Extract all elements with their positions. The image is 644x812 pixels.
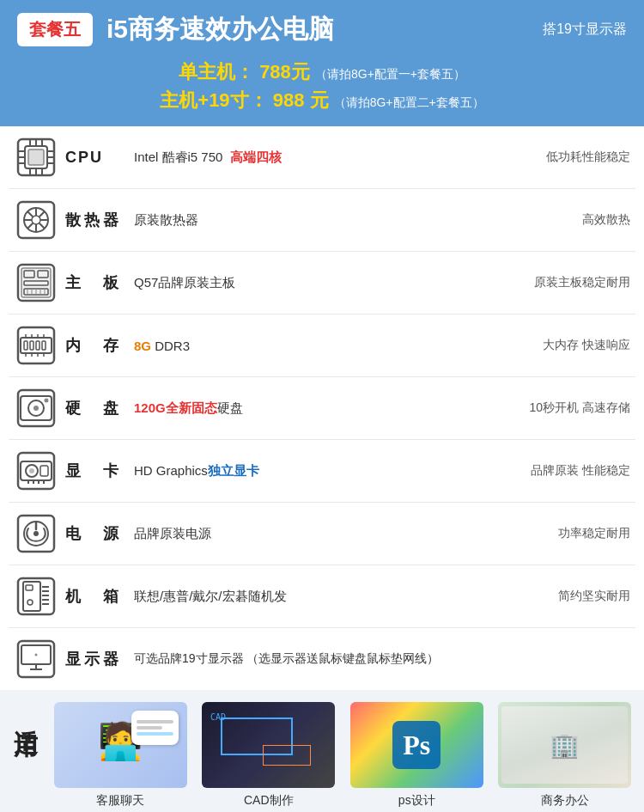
price-label-2: 主机+19寸： — [160, 89, 267, 111]
header: 套餐五 i5商务速效办公电脑 搭19寸显示器 — [0, 0, 644, 56]
cooler-icon — [14, 198, 58, 242]
svg-line-25 — [27, 223, 33, 229]
applicable-label: 适用 — [9, 702, 41, 721]
svg-point-17 — [32, 216, 40, 224]
motherboard-icon — [14, 260, 58, 305]
spec-label-memory: 内 存 — [58, 335, 127, 356]
svg-point-59 — [29, 468, 34, 473]
use-case-label-office: 商务办公 — [541, 793, 589, 809]
spec-label-gpu: 显 卡 — [58, 461, 127, 481]
spec-row-cooler: 散热器 原装散热器 高效散热 — [9, 189, 635, 252]
ps-logo: Ps — [392, 721, 440, 769]
svg-rect-40 — [30, 341, 33, 350]
spec-detail-motherboard: 原装主板稳定耐用 — [476, 275, 630, 290]
spec-label-cpu: CPU — [58, 149, 127, 167]
svg-point-55 — [45, 399, 49, 403]
specs-container: CPU Intel 酷睿i5 750 高端四核 低功耗性能稳定 散热器 原装 — [0, 126, 644, 690]
spec-row-cpu: CPU Intel 酷睿i5 750 高端四核 低功耗性能稳定 — [9, 126, 635, 189]
spec-row-memory: 内 存 8G DDR3 大内存 快速响应 — [9, 314, 635, 377]
spec-content-hdd: 120G全新固态硬盘 — [127, 400, 476, 417]
svg-point-72 — [27, 600, 33, 605]
spec-content-motherboard: Q57品牌原装主板 — [127, 275, 476, 291]
spec-content-memory: 8G DDR3 — [127, 339, 476, 353]
price-section: 单主机： 788元 （请拍8G+配置一+套餐五） 主机+19寸： 988 元 （… — [0, 56, 644, 126]
price-line-1: 单主机： 788元 （请拍8G+配置一+套餐五） — [17, 58, 627, 86]
spec-row-hdd: 硬 盘 120G全新固态硬盘 10秒开机 高速存储 — [9, 377, 635, 440]
svg-point-82 — [35, 654, 38, 656]
svg-rect-39 — [24, 341, 27, 350]
svg-line-23 — [39, 223, 45, 229]
spec-content-gpu: HD Graphics独立显卡 — [127, 463, 476, 479]
price-note-2: （请拍8G+配置二+套餐五） — [334, 95, 484, 109]
spec-row-case: 机 箱 联想/惠普/戴尔/宏碁随机发 简约坚实耐用 — [9, 565, 635, 628]
spec-label-cooler: 散热器 — [58, 210, 127, 230]
spec-label-psu: 电 源 — [58, 523, 127, 544]
spec-row-motherboard: 主 板 Q57品牌原装主板 原装主板稳定耐用 — [9, 252, 635, 314]
spec-label-monitor: 显示器 — [58, 649, 127, 669]
spec-detail-cpu: 低功耗性能稳定 — [476, 150, 630, 165]
use-case-image-cad: CAD — [202, 702, 335, 788]
svg-line-24 — [39, 211, 45, 217]
use-case-label-cad: CAD制作 — [244, 793, 294, 809]
use-case-image-ps: Ps — [350, 702, 483, 788]
use-case-ps: Ps ps设计 — [346, 702, 488, 809]
price-value-2: 988 元 — [273, 89, 329, 111]
use-case-image-office: 🏢 — [498, 702, 631, 788]
use-case-image-chat: 🧑‍💻 — [54, 702, 187, 788]
price-value-1: 788元 — [259, 61, 310, 82]
hdd-icon — [14, 386, 58, 430]
spec-content-monitor: 可选品牌19寸显示器 （选显示器送鼠标键盘鼠标垫网线） — [127, 651, 476, 667]
spec-detail-psu: 功率稳定耐用 — [476, 526, 630, 541]
use-case-label-chat: 客服聊天 — [96, 793, 144, 809]
spec-detail-cooler: 高效散热 — [476, 212, 630, 228]
case-icon — [14, 574, 58, 619]
svg-rect-41 — [36, 341, 39, 350]
price-note-1: （请拍8G+配置一+套餐五） — [315, 67, 465, 81]
package-badge: 套餐五 — [17, 13, 93, 46]
price-label-1: 单主机： — [179, 61, 254, 82]
spec-label-case: 机 箱 — [58, 586, 127, 607]
price-line-2: 主机+19寸： 988 元 （请拍8G+配置二+套餐五） — [17, 86, 627, 114]
spec-detail-gpu: 品牌原装 性能稳定 — [476, 463, 630, 479]
svg-rect-71 — [26, 585, 33, 590]
svg-point-54 — [33, 406, 39, 411]
use-case-cad: CAD CAD制作 — [198, 702, 340, 809]
spec-content-case: 联想/惠普/戴尔/宏碁随机发 — [127, 589, 476, 605]
svg-rect-60 — [40, 466, 48, 476]
spec-content-cooler: 原装散热器 — [127, 212, 476, 229]
spec-row-psu: 电 源 品牌原装电源 功率稳定耐用 — [9, 503, 635, 565]
spec-content-cpu: Intel 酷睿i5 750 高端四核 — [127, 150, 476, 166]
header-title: i5商务速效办公电脑 — [106, 12, 529, 47]
use-cases: 🧑‍💻 客服聊天 CAD — [50, 702, 635, 809]
use-case-chat: 🧑‍💻 客服聊天 — [50, 702, 191, 809]
spec-row-gpu: 显 卡 HD Graphics独立显卡 品牌原装 性能稳定 — [9, 440, 635, 503]
gpu-icon — [14, 449, 58, 493]
spec-label-hdd: 硬 盘 — [58, 398, 127, 418]
memory-icon — [14, 323, 58, 368]
spec-detail-case: 简约坚实耐用 — [476, 589, 630, 604]
svg-rect-42 — [42, 341, 46, 350]
svg-rect-14 — [28, 150, 44, 165]
header-subtitle: 搭19寸显示器 — [543, 21, 627, 39]
spec-row-monitor: 显示器 可选品牌19寸显示器 （选显示器送鼠标键盘鼠标垫网线） — [9, 628, 635, 690]
use-case-label-ps: ps设计 — [398, 793, 435, 809]
use-case-office: 🏢 商务办公 — [495, 702, 636, 809]
spec-content-psu: 品牌原装电源 — [127, 526, 476, 542]
monitor-icon — [14, 637, 58, 681]
svg-point-68 — [33, 531, 39, 536]
bottom-section: 适用 🧑‍💻 客服聊天 — [0, 690, 644, 812]
spec-detail-hdd: 10秒开机 高速存储 — [476, 400, 630, 416]
psu-icon — [14, 511, 58, 556]
svg-line-22 — [27, 211, 33, 217]
spec-detail-memory: 大内存 快速响应 — [476, 338, 630, 353]
svg-rect-78 — [18, 641, 54, 677]
cpu-icon — [14, 135, 58, 180]
spec-label-motherboard: 主 板 — [58, 272, 127, 293]
